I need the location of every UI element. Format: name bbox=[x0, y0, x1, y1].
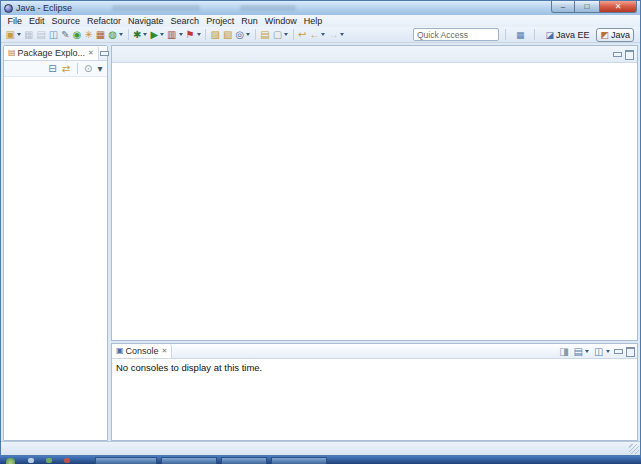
menu-project[interactable]: Project bbox=[203, 15, 238, 27]
edit-tool-icon: ✎ bbox=[61, 28, 69, 41]
maximize-button[interactable]: □ bbox=[575, 1, 599, 13]
new-web-service-button[interactable]: ✳ bbox=[83, 28, 93, 42]
taskbar-icon[interactable] bbox=[46, 458, 52, 463]
edit-tool-button[interactable]: ✎ bbox=[60, 28, 70, 42]
maximize-view-button[interactable] bbox=[624, 49, 634, 59]
titlebar[interactable]: Java - Eclipse – □ ✕ bbox=[1, 1, 640, 15]
new-wizard-icon: ▣ bbox=[6, 28, 15, 41]
open-resource-button[interactable]: ▧ bbox=[222, 28, 233, 42]
minimize-view-button[interactable] bbox=[99, 48, 109, 58]
last-edit-location-icon: ↩ bbox=[298, 28, 306, 41]
open-console-button[interactable]: ◫ bbox=[593, 344, 610, 358]
dropdown-arrow-icon[interactable] bbox=[246, 33, 250, 36]
tab-console[interactable]: ▣ Console ✕ bbox=[112, 344, 172, 358]
dropdown-arrow-icon[interactable] bbox=[160, 33, 164, 36]
taskbar-icon[interactable] bbox=[64, 458, 70, 463]
collapse-all-button[interactable]: ⊟ bbox=[47, 62, 57, 76]
windows-taskbar[interactable] bbox=[0, 456, 641, 464]
dropdown-arrow-icon[interactable] bbox=[585, 350, 589, 353]
menu-help[interactable]: Help bbox=[300, 15, 326, 27]
new-dynamic-web-button[interactable]: ▦ bbox=[95, 28, 106, 42]
debug-button[interactable]: ✱ bbox=[132, 28, 148, 42]
toolbar-right-group: ▦ ◪ Java EE ◩ Java bbox=[413, 28, 637, 42]
last-edit-location-button[interactable]: ↩ bbox=[297, 28, 307, 42]
perspective-java-ee-button[interactable]: ◪ Java EE bbox=[541, 28, 593, 42]
tab-package-explorer[interactable]: ▤ Package Explo... ✕ bbox=[4, 46, 99, 60]
taskbar-button[interactable] bbox=[271, 457, 327, 464]
dropdown-arrow-icon[interactable] bbox=[197, 33, 201, 36]
menu-window[interactable]: Window bbox=[261, 15, 300, 27]
menu-refactor[interactable]: Refactor bbox=[84, 15, 125, 27]
close-icon[interactable]: ✕ bbox=[88, 49, 94, 57]
package-explorer-content[interactable] bbox=[4, 77, 107, 464]
coverage-button[interactable]: ▥ bbox=[166, 28, 183, 42]
close-button[interactable]: ✕ bbox=[599, 1, 637, 13]
new-note-button[interactable]: ▤ bbox=[259, 28, 270, 42]
new-file-button[interactable]: ▢ bbox=[272, 28, 289, 42]
close-icon[interactable]: ✕ bbox=[162, 347, 168, 355]
console-header-controls: ◨▤◫ bbox=[558, 344, 637, 358]
open-task-button[interactable]: ▨ bbox=[210, 28, 221, 42]
new-wizard-button[interactable]: ▣ bbox=[5, 28, 22, 42]
dropdown-arrow-icon[interactable] bbox=[284, 33, 288, 36]
link-with-editor-button[interactable]: ⇄ bbox=[61, 62, 71, 76]
minimize-button[interactable]: – bbox=[551, 1, 575, 13]
back-icon: ← bbox=[309, 28, 319, 41]
console-view: ▣ Console ✕ ◨▤◫ No consoles to display a… bbox=[111, 343, 638, 441]
new-dynamic-web-icon: ▦ bbox=[96, 28, 105, 41]
menu-source[interactable]: Source bbox=[48, 15, 84, 27]
menu-file[interactable]: File bbox=[4, 15, 26, 27]
taskbar-button[interactable] bbox=[95, 457, 157, 464]
console-toolbar: ◨▤◫ bbox=[558, 344, 611, 358]
dropdown-arrow-icon[interactable] bbox=[17, 33, 21, 36]
minimize-view-button[interactable] bbox=[613, 346, 623, 356]
start-button[interactable] bbox=[6, 458, 15, 464]
dropdown-arrow-icon[interactable] bbox=[143, 33, 147, 36]
open-perspective-button[interactable]: ▦ bbox=[512, 28, 529, 42]
open-console-icon: ◫ bbox=[594, 345, 603, 358]
package-explorer-header: ▤ Package Explo... ✕ bbox=[4, 46, 107, 61]
menu-edit[interactable]: Edit bbox=[26, 15, 49, 27]
build-all-button[interactable]: ◉ bbox=[72, 28, 83, 42]
menu-search[interactable]: Search bbox=[167, 15, 203, 27]
dropdown-arrow-icon[interactable] bbox=[119, 33, 123, 36]
dropdown-arrow-icon[interactable] bbox=[340, 33, 344, 36]
new-note-icon: ▤ bbox=[260, 28, 269, 41]
editor-area[interactable] bbox=[111, 45, 638, 341]
main-toolbar: ▣▦▤◫✎◉✳▦◍✱▶▥⚑▨▧◎▤▢↩←→ ▦ ◪ Java EE ◩ Java bbox=[1, 27, 640, 43]
menu-run[interactable]: Run bbox=[238, 15, 262, 27]
forward-button: → bbox=[327, 28, 345, 42]
menu-navigate[interactable]: Navigate bbox=[125, 15, 168, 27]
perspective-java-button[interactable]: ◩ Java bbox=[596, 28, 634, 42]
console-icon: ▣ bbox=[116, 347, 124, 355]
pin-console-button[interactable]: ◨ bbox=[558, 344, 569, 358]
print-button[interactable]: ◫ bbox=[48, 28, 59, 42]
external-tools-button[interactable]: ⚑ bbox=[185, 28, 202, 42]
dropdown-arrow-icon[interactable] bbox=[321, 33, 325, 36]
dropdown-arrow-icon[interactable] bbox=[606, 350, 610, 353]
quick-access-input[interactable] bbox=[413, 28, 499, 41]
taskbar-button[interactable] bbox=[221, 457, 267, 464]
save-button: ▦ bbox=[23, 28, 34, 42]
resize-grip[interactable] bbox=[629, 444, 639, 454]
taskbar-icon[interactable] bbox=[28, 458, 34, 463]
dropdown-arrow-icon[interactable] bbox=[179, 33, 183, 36]
java-perspective-label: Java bbox=[611, 30, 630, 40]
focus-on-active-task-button[interactable]: ⊙ bbox=[83, 62, 93, 76]
eclipse-logo-icon bbox=[4, 4, 13, 13]
minimize-view-button[interactable] bbox=[612, 49, 622, 59]
display-selected-console-icon: ▤ bbox=[574, 345, 583, 358]
maximize-view-button[interactable] bbox=[625, 346, 635, 356]
search-button[interactable]: ◎ bbox=[234, 28, 251, 42]
back-button[interactable]: ← bbox=[308, 28, 326, 42]
open-perspective-icon: ▦ bbox=[516, 29, 525, 41]
titlebar-artifact bbox=[240, 5, 296, 11]
toolbar-separator bbox=[205, 29, 206, 40]
run-button[interactable]: ▶ bbox=[149, 28, 165, 42]
display-selected-console-button[interactable]: ▤ bbox=[573, 344, 590, 358]
view-menu-button[interactable]: ▾ bbox=[96, 62, 103, 76]
console-message: No consoles to display at this time. bbox=[112, 359, 637, 376]
web-browser-button[interactable]: ◍ bbox=[107, 28, 124, 42]
taskbar-button[interactable] bbox=[161, 457, 217, 464]
package-explorer-tab-label: Package Explo... bbox=[18, 48, 86, 58]
